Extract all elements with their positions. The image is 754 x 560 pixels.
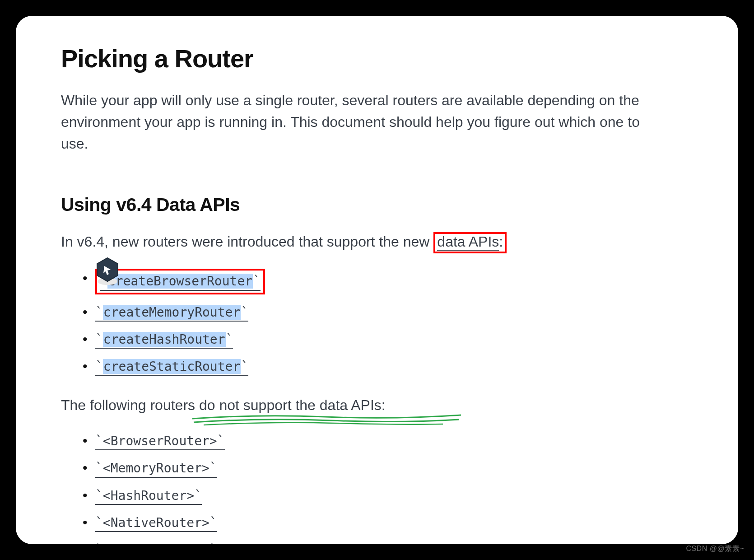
list-item: `createBrowserRouter`	[83, 269, 693, 294]
page-title: Picking a Router	[61, 44, 693, 73]
list-item: `<BrowserRouter>`	[83, 431, 693, 450]
para1-suffix: :	[499, 233, 503, 250]
content-card: Picking a Router While your app will onl…	[16, 16, 738, 544]
list-item: `createMemoryRouter`	[83, 303, 693, 322]
list-item: `createStaticRouter`	[83, 357, 693, 376]
annotation-box-data-apis: data APIs:	[433, 232, 507, 253]
list-item: `<MemoryRouter>`	[83, 458, 693, 477]
link-create-hash-router[interactable]: `createHashRouter`	[95, 331, 233, 349]
section-para-1: In v6.4, new routers were introduced tha…	[61, 231, 693, 253]
list-item: `createHashRouter`	[83, 330, 693, 349]
annotation-box-create-browser-router: `createBrowserRouter`	[95, 269, 265, 294]
link-create-static-router[interactable]: `createStaticRouter`	[95, 359, 248, 376]
annotation-underline: do not support the data APIs:	[199, 394, 386, 416]
para1-prefix: In v6.4, new routers were introduced tha…	[61, 233, 433, 250]
link-data-apis[interactable]: data APIs	[437, 233, 499, 251]
link-hash-router[interactable]: `<HashRouter>`	[95, 488, 202, 505]
intro-paragraph: While your app will only use a single ro…	[61, 89, 661, 154]
link-static-router[interactable]: `<StaticRouter>`	[95, 542, 217, 544]
unsupported-routers-list: `<BrowserRouter>` `<MemoryRouter>` `<Has…	[61, 431, 693, 544]
para2-prefix: The following routers	[61, 397, 199, 413]
section-para-2: The following routers do not support the…	[61, 394, 693, 416]
section-heading: Using v6.4 Data APIs	[61, 194, 693, 215]
link-native-router[interactable]: `<NativeRouter>`	[95, 515, 217, 532]
link-create-memory-router[interactable]: `createMemoryRouter`	[95, 304, 248, 322]
supported-routers-list: `createBrowserRouter` `createMemoryRoute…	[61, 269, 693, 376]
link-browser-router[interactable]: `<BrowserRouter>`	[95, 433, 225, 450]
list-item: `<StaticRouter>`	[83, 540, 693, 544]
list-item: `<NativeRouter>`	[83, 513, 693, 532]
link-create-browser-router[interactable]: `createBrowserRouter`	[100, 273, 261, 290]
watermark: CSDN @@素素~	[686, 544, 744, 554]
list-item: `<HashRouter>`	[83, 486, 693, 505]
link-memory-router[interactable]: `<MemoryRouter>`	[95, 460, 217, 477]
